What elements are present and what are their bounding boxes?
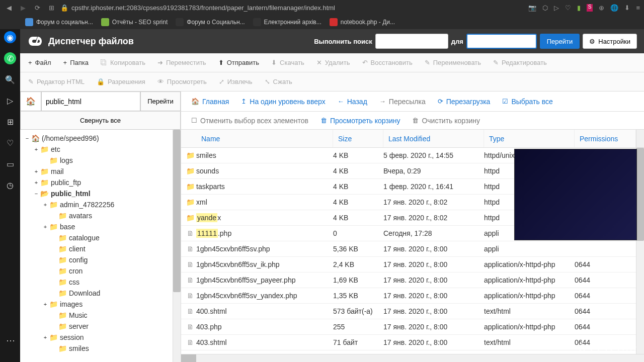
- scroll-thumb[interactable]: [636, 148, 644, 241]
- toolbar-button[interactable]: ⤡ Сжать: [259, 72, 298, 91]
- file-scrollbar[interactable]: [636, 148, 644, 354]
- tree-toggle-icon[interactable]: +: [42, 224, 48, 230]
- tree-node[interactable]: 📁 server: [20, 321, 173, 332]
- tree-toggle-icon[interactable]: −: [24, 135, 30, 141]
- ext2-icon[interactable]: S: [587, 4, 593, 12]
- bookmark-item[interactable]: Отчёты - SEO sprint: [101, 18, 168, 26]
- collapse-all-button[interactable]: Свернуть все: [20, 112, 181, 130]
- toolbar-button[interactable]: ↶ Восстановить: [356, 53, 419, 72]
- toolbar-button[interactable]: ⿻ Копировать: [95, 53, 151, 72]
- ext1-icon[interactable]: ▮: [577, 4, 581, 12]
- toolbar-button[interactable]: ⤢ Извлечь: [213, 72, 259, 91]
- col-name[interactable]: Name: [181, 130, 333, 147]
- toolbar-button[interactable]: + Папка: [57, 53, 95, 72]
- play2-icon[interactable]: ▷: [4, 95, 16, 107]
- path-input[interactable]: [41, 92, 140, 111]
- toolbar-button[interactable]: ✕ Удалить: [310, 53, 356, 72]
- download-icon[interactable]: ⬇: [624, 4, 630, 12]
- tree-node[interactable]: + 📁 etc: [20, 144, 173, 155]
- search-input[interactable]: [466, 34, 537, 49]
- tree-node[interactable]: 📁 config: [20, 254, 173, 265]
- tree-node[interactable]: − 🏠 (/home/speed996): [20, 133, 173, 144]
- ext3-icon[interactable]: ⊕: [599, 4, 604, 12]
- home-button[interactable]: 🏠: [20, 92, 41, 111]
- apps-icon[interactable]: ⊞: [46, 3, 56, 13]
- scroll-thumb[interactable]: [173, 130, 181, 292]
- search-icon[interactable]: 🔍: [4, 73, 16, 85]
- file-row[interactable]: 🗎 400.shtml 573 байт(-а) 17 янв. 2020 г.…: [181, 304, 636, 319]
- globe-icon[interactable]: 🌐: [610, 4, 618, 12]
- tree-toggle-icon[interactable]: +: [42, 301, 48, 307]
- file-row[interactable]: 🗎 1gbn45cxvbn6ff5sv.php 5,36 KB 17 янв. …: [181, 241, 636, 257]
- toolbar-button[interactable]: ✎ Переименовать: [419, 53, 487, 72]
- file-toolbar-button[interactable]: → Пересылка: [374, 92, 431, 111]
- tree-node[interactable]: 📁 avatars: [20, 210, 173, 221]
- bookmark-item[interactable]: Форум о Социальн...: [176, 18, 245, 26]
- file-toolbar-button[interactable]: ⟳ Перезагрузка: [433, 92, 496, 111]
- col-permissions[interactable]: Permissions: [575, 130, 636, 147]
- toolbar-button[interactable]: ✎ Редактировать: [487, 53, 553, 72]
- file-toolbar-button[interactable]: ← Назад: [333, 92, 372, 111]
- tree-toggle-icon[interactable]: +: [33, 168, 39, 174]
- tree-node[interactable]: 📁 Music: [20, 310, 173, 321]
- horizontal-scrollbar[interactable]: [181, 354, 644, 362]
- tree-node[interactable]: + 📁 base: [20, 221, 173, 232]
- messenger-icon[interactable]: ◉: [4, 31, 16, 43]
- col-type[interactable]: Type: [484, 130, 575, 147]
- tree-node[interactable]: + 📁 session: [20, 332, 173, 343]
- search-scope-select[interactable]: Все ваши файлы ▼: [375, 34, 448, 49]
- tree-node[interactable]: + 📁 admin_47822256: [20, 199, 173, 210]
- tree-node[interactable]: 📁 css: [20, 277, 173, 288]
- tree-toggle-icon[interactable]: +: [33, 179, 39, 186]
- toolbar-button[interactable]: 👁 Просмотреть: [151, 72, 213, 91]
- nav-forward-icon[interactable]: ▶: [18, 3, 28, 13]
- toolbar-button[interactable]: + Файл: [22, 53, 57, 72]
- tree-node[interactable]: + 📁 mail: [20, 166, 173, 177]
- heart2-icon[interactable]: ♡: [4, 137, 16, 149]
- search-go-button[interactable]: Перейти: [540, 34, 580, 49]
- play-icon[interactable]: ▷: [554, 4, 559, 12]
- file-row[interactable]: 🗎 1gbn45cxvbn6ff5sv_payeer.php 1,69 KB 1…: [181, 273, 636, 288]
- tree-node[interactable]: 📁 Download: [20, 288, 173, 299]
- tree-toggle-icon[interactable]: +: [33, 146, 39, 152]
- path-go-button[interactable]: Перейти: [140, 92, 181, 111]
- file-toolbar-button[interactable]: ☑ Выбрать все: [497, 92, 557, 111]
- file-toolbar-button[interactable]: 🗑 Очистить корзину: [407, 112, 485, 129]
- menu-icon[interactable]: ≡: [636, 4, 640, 12]
- tree-scrollbar[interactable]: [173, 130, 181, 362]
- camera-icon[interactable]: 📷: [528, 4, 536, 12]
- file-row[interactable]: 🗎 403.php 255 17 янв. 2020 г., 8:00 appl…: [181, 319, 636, 335]
- toolbar-button[interactable]: ✎ Редактор HTML: [22, 72, 91, 91]
- whatsapp-icon[interactable]: ✆: [4, 52, 16, 64]
- toolbar-button[interactable]: ➜ Переместить: [151, 53, 212, 72]
- tree-node[interactable]: 📁 logs: [20, 155, 173, 166]
- tree-toggle-icon[interactable]: −: [33, 191, 39, 197]
- heart-icon[interactable]: ♡: [565, 4, 571, 12]
- tree-node[interactable]: − 📂 public_html: [20, 188, 173, 199]
- tree-node[interactable]: 📁 client: [20, 243, 173, 254]
- tree-node[interactable]: 📁 smiles: [20, 343, 173, 354]
- toolbar-button[interactable]: ⬆ Отправить: [212, 53, 265, 72]
- col-modified[interactable]: Last Modified: [383, 130, 484, 147]
- bookmark-item[interactable]: notebook.php - Ди...: [330, 18, 395, 26]
- file-toolbar-button[interactable]: ↥ На один уровень вверх: [236, 92, 330, 111]
- tree-view[interactable]: − 🏠 (/home/speed996) + 📁 etc 📁 logs + 📁 …: [20, 130, 173, 362]
- grid-icon[interactable]: ⊞: [4, 116, 16, 128]
- h-scroll-thumb[interactable]: [181, 354, 196, 362]
- bookmark-item[interactable]: Електронний архів...: [253, 18, 321, 26]
- file-row[interactable]: 🗎 403.shtml 71 байт 17 янв. 2020 г., 8:0…: [181, 335, 636, 350]
- toolbar-button[interactable]: 🔒 Разрешения: [91, 72, 151, 91]
- file-row[interactable]: 🗎 1gbn45cxvbn6ff5sv_ik.php 2,4 KB 17 янв…: [181, 257, 636, 273]
- bookmark-item[interactable]: Форум о социальн...: [25, 18, 93, 26]
- clock-icon[interactable]: ◷: [4, 179, 16, 191]
- file-toolbar-button[interactable]: 🗑 Просмотреть корзину: [315, 112, 406, 129]
- more-icon[interactable]: ⋯: [6, 335, 15, 346]
- col-size[interactable]: Size: [333, 130, 383, 147]
- tree-node[interactable]: 📁 catalogue: [20, 232, 173, 243]
- tree-toggle-icon[interactable]: +: [42, 202, 48, 208]
- nav-back-icon[interactable]: ◀: [4, 3, 14, 13]
- tree-node[interactable]: 📁 cron: [20, 265, 173, 277]
- url-bar[interactable]: 🔒 cpsthr.iphoster.net:2083/cpsess9192381…: [60, 4, 524, 12]
- note-icon[interactable]: ▭: [4, 158, 16, 170]
- settings-button[interactable]: ⚙ Настройки: [583, 34, 637, 49]
